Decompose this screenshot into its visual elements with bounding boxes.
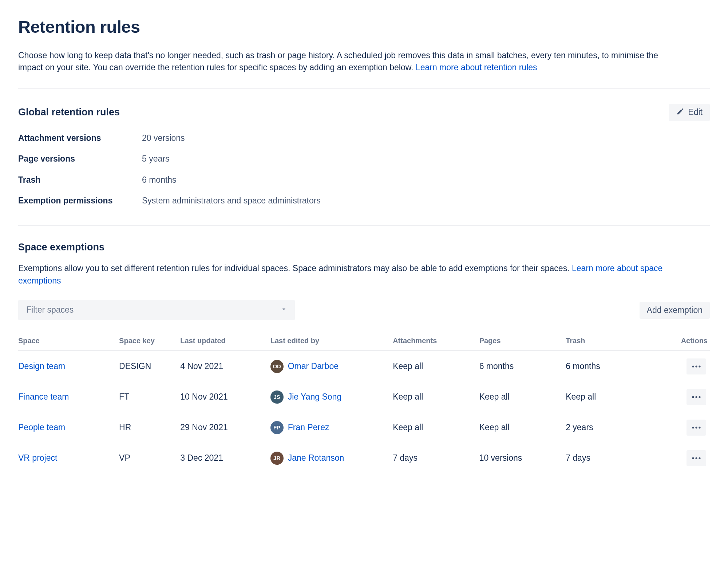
cell-space: People team — [18, 412, 119, 443]
rule-value: 5 years — [142, 153, 710, 165]
more-actions-button[interactable] — [687, 389, 706, 405]
exemptions-table: Space Space key Last updated Last edited… — [18, 336, 710, 473]
space-link[interactable]: Design team — [18, 361, 65, 371]
svg-point-2 — [699, 365, 700, 367]
rule-label: Page versions — [18, 153, 142, 165]
rule-value: System administrators and space administ… — [142, 195, 710, 207]
svg-point-6 — [692, 427, 694, 428]
global-rules-grid: Attachment versions 20 versions Page ver… — [18, 132, 710, 207]
filter-placeholder: Filter spaces — [26, 304, 74, 316]
more-icon — [691, 394, 701, 400]
exemptions-description-text: Exemptions allow you to set different re… — [18, 263, 572, 273]
svg-point-5 — [699, 396, 700, 398]
filter-spaces-select[interactable]: Filter spaces — [18, 300, 295, 320]
user-link[interactable]: Omar Darboe — [288, 360, 339, 372]
cell-attachments: Keep all — [393, 382, 479, 412]
filter-row: Filter spaces Add exemption — [18, 300, 710, 320]
more-icon — [691, 425, 701, 431]
table-row: Design teamDESIGN4 Nov 2021ODOmar Darboe… — [18, 351, 710, 382]
learn-more-retention-link[interactable]: Learn more about retention rules — [416, 63, 537, 72]
more-actions-button[interactable] — [687, 450, 706, 466]
space-link[interactable]: People team — [18, 423, 65, 432]
table-row: People teamHR29 Nov 2021FPFran PerezKeep… — [18, 412, 710, 443]
space-link[interactable]: VR project — [18, 453, 57, 463]
cell-space: Finance team — [18, 382, 119, 412]
cell-space-key: VP — [119, 443, 180, 473]
cell-last-updated: 10 Nov 2021 — [180, 382, 270, 412]
cell-space: Design team — [18, 351, 119, 382]
cell-actions — [652, 382, 710, 412]
cell-last-edited-by: ODOmar Darboe — [270, 351, 393, 382]
cell-attachments: 7 days — [393, 443, 479, 473]
divider — [18, 225, 710, 226]
global-rules-header: Global retention rules Edit — [18, 104, 710, 121]
cell-pages: 6 months — [479, 351, 566, 382]
svg-point-0 — [692, 365, 694, 367]
space-link[interactable]: Finance team — [18, 392, 69, 401]
table-row: VR projectVP3 Dec 2021JRJane Rotanson7 d… — [18, 443, 710, 473]
col-attachments: Attachments — [393, 336, 479, 351]
svg-point-4 — [695, 396, 697, 398]
cell-attachments: Keep all — [393, 412, 479, 443]
avatar: FP — [270, 421, 284, 434]
cell-attachments: Keep all — [393, 351, 479, 382]
more-icon — [691, 456, 701, 461]
cell-space-key: FT — [119, 382, 180, 412]
more-actions-button[interactable] — [687, 358, 706, 374]
add-exemption-label: Add exemption — [647, 305, 703, 315]
chevron-down-icon — [280, 304, 288, 316]
cell-last-edited-by: JSJie Yang Song — [270, 382, 393, 412]
pencil-icon — [676, 107, 684, 118]
svg-point-9 — [692, 457, 694, 459]
page-description-text: Choose how long to keep data that's no l… — [18, 51, 658, 72]
col-updated: Last updated — [180, 336, 270, 351]
col-actions: Actions — [652, 336, 710, 351]
rule-label: Attachment versions — [18, 132, 142, 144]
more-icon — [691, 364, 701, 369]
col-space: Space — [18, 336, 119, 351]
col-edited-by: Last edited by — [270, 336, 393, 351]
col-key: Space key — [119, 336, 180, 351]
user-link[interactable]: Jane Rotanson — [288, 452, 344, 464]
cell-trash: 7 days — [566, 443, 652, 473]
edit-button[interactable]: Edit — [669, 104, 710, 121]
user-link[interactable]: Jie Yang Song — [288, 391, 342, 403]
cell-pages: 10 versions — [479, 443, 566, 473]
cell-space-key: DESIGN — [119, 351, 180, 382]
col-trash: Trash — [566, 336, 652, 351]
cell-actions — [652, 412, 710, 443]
cell-pages: Keep all — [479, 412, 566, 443]
svg-point-7 — [695, 427, 697, 428]
cell-trash: 2 years — [566, 412, 652, 443]
table-header-row: Space Space key Last updated Last edited… — [18, 336, 710, 351]
rule-value: 20 versions — [142, 132, 710, 144]
cell-pages: Keep all — [479, 382, 566, 412]
avatar: JS — [270, 390, 284, 404]
svg-point-11 — [699, 457, 700, 459]
rule-label: Exemption permissions — [18, 195, 142, 207]
exemptions-description: Exemptions allow you to set different re… — [18, 262, 681, 287]
cell-trash: 6 months — [566, 351, 652, 382]
cell-trash: Keep all — [566, 382, 652, 412]
svg-point-1 — [695, 365, 697, 367]
cell-last-updated: 29 Nov 2021 — [180, 412, 270, 443]
more-actions-button[interactable] — [687, 420, 706, 436]
page-title: Retention rules — [18, 15, 710, 39]
add-exemption-button[interactable]: Add exemption — [640, 302, 710, 319]
svg-point-8 — [699, 427, 700, 428]
edit-button-label: Edit — [688, 107, 703, 117]
avatar: OD — [270, 360, 284, 373]
cell-space: VR project — [18, 443, 119, 473]
cell-last-updated: 3 Dec 2021 — [180, 443, 270, 473]
avatar: JR — [270, 452, 284, 465]
user-link[interactable]: Fran Perez — [288, 421, 329, 433]
cell-last-edited-by: JRJane Rotanson — [270, 443, 393, 473]
space-exemptions-title: Space exemptions — [18, 240, 710, 254]
rule-value: 6 months — [142, 174, 710, 186]
cell-actions — [652, 443, 710, 473]
divider — [18, 88, 710, 89]
table-row: Finance teamFT10 Nov 2021JSJie Yang Song… — [18, 382, 710, 412]
rule-label: Trash — [18, 174, 142, 186]
page-description: Choose how long to keep data that's no l… — [18, 49, 681, 74]
cell-last-updated: 4 Nov 2021 — [180, 351, 270, 382]
